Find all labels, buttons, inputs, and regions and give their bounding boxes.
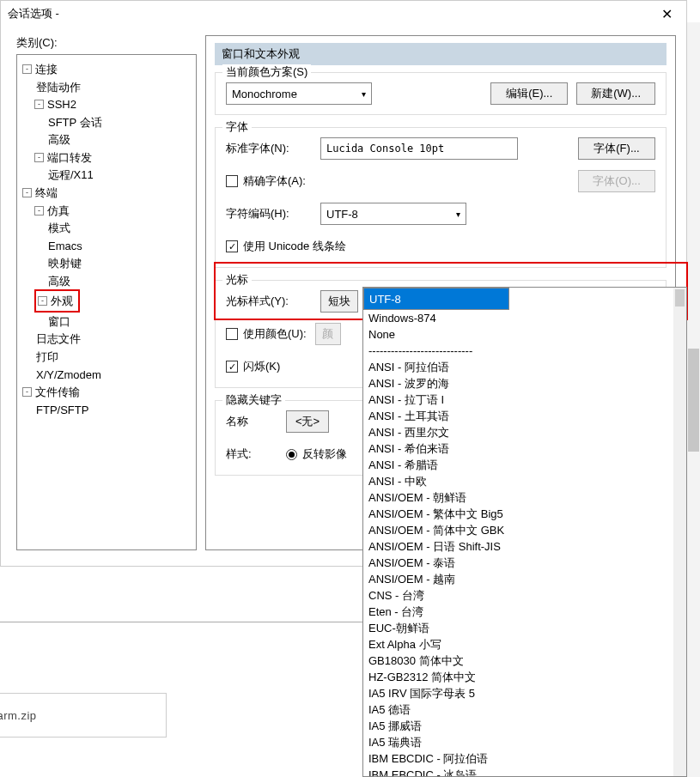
tree-node[interactable]: -文件传输FTP/SFTP: [22, 383, 192, 418]
encoding-option[interactable]: HZ-GB2312 简体中文: [363, 669, 686, 685]
encoding-select[interactable]: UTF-8 ▾: [320, 203, 466, 225]
tree-label[interactable]: FTP/SFTP: [36, 403, 88, 416]
scheme-new-button[interactable]: 新建(W)...: [576, 82, 655, 105]
encoding-option[interactable]: ANSI/OEM - 日语 Shift-JIS: [363, 538, 686, 555]
tree-node[interactable]: 映射键: [46, 254, 192, 272]
precise-font-label: 精确字体(A):: [243, 173, 306, 189]
tree-label[interactable]: Emacs: [48, 239, 82, 252]
encoding-option[interactable]: Windows-874: [363, 310, 686, 326]
tree-node[interactable]: 日志文件: [34, 330, 192, 348]
tree-label[interactable]: 打印: [36, 350, 58, 363]
tree-label[interactable]: 文件传输: [35, 385, 80, 398]
tree-label[interactable]: SFTP 会话: [48, 115, 102, 128]
hidekw-reverse-radio[interactable]: 反转影像: [286, 446, 347, 462]
scrollbar-thumb[interactable]: [688, 349, 699, 452]
collapse-icon[interactable]: -: [22, 64, 32, 74]
tree-node[interactable]: -连接登陆动作-SSH2SFTP 会话高级-端口转发远程/X11: [22, 60, 192, 184]
tree-node[interactable]: FTP/SFTP: [34, 401, 192, 419]
encoding-option[interactable]: ANSI - 西里尔文: [363, 424, 686, 440]
tree-node[interactable]: -外观窗口: [34, 289, 192, 330]
collapse-icon[interactable]: -: [22, 387, 32, 397]
titlebar: 会话选项 - ✕: [1, 1, 686, 27]
scheme-select[interactable]: Monochrome ▾: [226, 82, 372, 105]
encoding-option[interactable]: ----------------------------: [363, 343, 686, 359]
close-icon[interactable]: ✕: [654, 6, 679, 22]
encoding-option[interactable]: IBM EBCDIC - 阿拉伯语: [363, 750, 686, 767]
encoding-option[interactable]: None: [363, 326, 686, 343]
tree-label[interactable]: 高级: [48, 133, 70, 146]
tree-label[interactable]: 外观: [51, 294, 73, 307]
group-font: 字体 标准字体(N): Lucida Console 10pt 字体(F)...…: [215, 127, 667, 268]
tree-label[interactable]: 仿真: [47, 203, 70, 216]
encoding-option[interactable]: ANSI/OEM - 简体中文 GBK: [363, 522, 686, 538]
scheme-edit-button[interactable]: 编辑(E)...: [490, 82, 568, 105]
tree-label[interactable]: 窗口: [48, 314, 70, 327]
encoding-option[interactable]: ANSI - 波罗的海: [363, 375, 686, 392]
encoding-option[interactable]: UTF-8: [363, 288, 509, 310]
encoding-option[interactable]: IBM EBCDIC - 冰岛语: [363, 767, 686, 777]
tree-node[interactable]: 高级: [46, 272, 192, 290]
tree-label[interactable]: 高级: [48, 274, 70, 287]
tree-node[interactable]: SFTP 会话: [46, 113, 192, 131]
encoding-option[interactable]: IA5 瑞典语: [363, 734, 686, 750]
tree-node[interactable]: 窗口: [46, 313, 192, 331]
hidekw-name-select[interactable]: <无>: [286, 410, 329, 433]
dropdown-scrollbar[interactable]: [673, 288, 686, 776]
encoding-dropdown-list[interactable]: UTF-8Windows-874None--------------------…: [362, 287, 687, 777]
encoding-option[interactable]: ANSI/OEM - 朝鲜语: [363, 489, 686, 506]
collapse-icon[interactable]: -: [34, 206, 44, 215]
encoding-option[interactable]: Ext Alpha 小写: [363, 636, 686, 653]
encoding-option[interactable]: ANSI - 希腊语: [363, 457, 686, 473]
encoding-option[interactable]: ANSI - 希伯来语: [363, 440, 686, 457]
tree-node[interactable]: 打印: [34, 348, 192, 366]
tree-node[interactable]: X/Y/Zmodem: [34, 366, 192, 384]
collapse-icon[interactable]: -: [22, 188, 32, 197]
tree-label[interactable]: 终端: [35, 186, 58, 199]
encoding-option[interactable]: IA5 IRV 国际字母表 5: [363, 685, 686, 701]
tree-label[interactable]: 模式: [48, 222, 70, 234]
tree-label[interactable]: 登陆动作: [36, 80, 81, 93]
tree-label[interactable]: 远程/X11: [48, 168, 94, 181]
collapse-icon[interactable]: -: [34, 153, 44, 162]
encoding-option[interactable]: ANSI - 中欧: [363, 473, 686, 489]
encoding-option[interactable]: ANSI - 拉丁语 I: [363, 392, 686, 408]
tree-node[interactable]: -仿真模式Emacs映射键高级: [34, 202, 192, 290]
category-tree[interactable]: -连接登陆动作-SSH2SFTP 会话高级-端口转发远程/X11-终端-仿真模式…: [16, 54, 197, 550]
encoding-option[interactable]: IA5 德语: [363, 701, 686, 718]
encoding-option[interactable]: ANSI/OEM - 繁体中文 Big5: [363, 506, 686, 522]
encoding-option[interactable]: EUC-朝鲜语: [363, 620, 686, 636]
encoding-option[interactable]: ANSI - 阿拉伯语: [363, 359, 686, 375]
tree-label[interactable]: 日志文件: [36, 332, 81, 345]
scrollbar-thumb[interactable]: [675, 289, 685, 307]
collapse-icon[interactable]: -: [38, 296, 47, 306]
std-font-button[interactable]: 字体(F)...: [578, 137, 655, 160]
blink-checkbox[interactable]: ✓ 闪烁(K): [226, 359, 280, 374]
encoding-option[interactable]: Eten - 台湾: [363, 604, 686, 620]
tree-node[interactable]: 模式: [46, 219, 192, 237]
tree-label[interactable]: X/Y/Zmodem: [36, 367, 101, 380]
tree-node[interactable]: -端口转发远程/X11: [34, 149, 192, 184]
encoding-option[interactable]: CNS - 台湾: [363, 587, 686, 604]
tree-label[interactable]: 连接: [35, 63, 58, 76]
tree-node[interactable]: -终端-仿真模式Emacs映射键高级-外观窗口日志文件打印X/Y/Zmodem: [22, 184, 192, 383]
cursor-style-select[interactable]: 短块: [320, 290, 358, 313]
tree-label[interactable]: 映射键: [48, 257, 82, 270]
tree-node[interactable]: 高级: [46, 131, 192, 149]
unicode-line-checkbox[interactable]: ✓ 使用 Unicode 线条绘: [226, 239, 346, 254]
encoding-option[interactable]: ANSI/OEM - 越南: [363, 571, 686, 587]
encoding-option[interactable]: ANSI - 土耳其语: [363, 408, 686, 424]
encoding-option[interactable]: ANSI/OEM - 泰语: [363, 555, 686, 571]
precise-font-checkbox[interactable]: 精确字体(A):: [226, 173, 306, 189]
tree-node[interactable]: -SSH2SFTP 会话高级: [34, 95, 192, 149]
tree-node[interactable]: Emacs: [46, 237, 192, 255]
encoding-option[interactable]: IA5 挪威语: [363, 718, 686, 734]
tree-node[interactable]: 登陆动作: [34, 78, 192, 96]
checkbox-icon: [226, 328, 238, 340]
tree-label[interactable]: SSH2: [47, 98, 76, 111]
tree-node[interactable]: 远程/X11: [46, 166, 192, 184]
page-scrollbar[interactable]: [687, 22, 700, 777]
tree-label[interactable]: 端口转发: [47, 150, 92, 163]
use-color-checkbox[interactable]: 使用颜色(U):: [226, 326, 307, 342]
collapse-icon[interactable]: -: [34, 100, 44, 109]
encoding-option[interactable]: GB18030 简体中文: [363, 653, 686, 669]
